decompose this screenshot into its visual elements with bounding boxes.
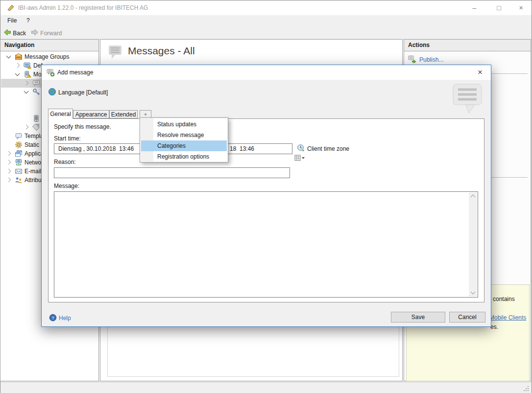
navigation-header: Navigation — [0, 40, 98, 51]
menu-item-resolve-message[interactable]: Resolve message — [141, 130, 227, 140]
resize-grip[interactable] — [524, 386, 530, 393]
dialog-title: Add message — [57, 69, 93, 76]
toolbar: Back Forward — [0, 26, 532, 39]
tab-general[interactable]: General — [48, 109, 73, 119]
tag-icon — [32, 123, 40, 131]
window-title: IBI-aws Admin 1.22.0 - registered for IB… — [18, 4, 148, 11]
back-arrow-icon — [3, 28, 11, 38]
menu-help[interactable]: ? — [26, 17, 30, 24]
back-button[interactable]: Back — [3, 28, 26, 38]
chevron-right-icon[interactable] — [6, 151, 11, 156]
note-text-fragment: es. — [490, 324, 498, 330]
general-tab-content: Specify this message. Start time: Dienst… — [48, 118, 484, 302]
actions-header: Actions — [404, 40, 531, 51]
app-icon — [7, 4, 15, 12]
app-window: IBI-aws Admin 1.22.0 - registered for IB… — [0, 0, 532, 393]
textarea-scrollbar[interactable] — [469, 192, 477, 297]
category-dropdown-menu: Status updates Resolve message Categorie… — [140, 117, 228, 162]
message-bubble-watermark — [452, 83, 486, 118]
menu-item-registration-options[interactable]: Registration options — [141, 151, 227, 162]
publish-link[interactable]: Publish... — [419, 56, 443, 63]
chevron-right-icon[interactable] — [6, 169, 11, 174]
client-time-zone-label: Client time zone — [307, 145, 349, 152]
message-textarea[interactable] — [54, 191, 478, 298]
network-icon — [15, 159, 23, 166]
reason-input[interactable] — [54, 167, 290, 178]
title-bar: IBI-aws Admin 1.22.0 - registered for IB… — [0, 0, 532, 15]
chevron-right-icon[interactable] — [6, 160, 11, 165]
dialog-close-icon[interactable]: × — [473, 67, 487, 78]
message-label: Message: — [54, 183, 79, 189]
cancel-button[interactable]: Cancel — [449, 312, 485, 323]
menu-item-status-updates[interactable]: Status updates — [141, 119, 227, 130]
message-groups-icon — [15, 53, 23, 61]
minimize-button[interactable]: – — [463, 0, 485, 15]
close-button[interactable]: × — [510, 0, 532, 15]
globe-icon — [48, 88, 56, 95]
add-message-dialog: Add message × Language [Default] General… — [41, 65, 491, 327]
forward-arrow-icon — [31, 28, 39, 38]
mobile-clients-link[interactable]: Mobile Clients — [489, 314, 526, 321]
language-label: Language [Default] — [58, 89, 108, 96]
applications-icon — [15, 150, 23, 158]
chevron-down-icon[interactable] — [24, 89, 29, 94]
help-link[interactable]: Help — [59, 315, 71, 322]
page-title: Messages - All — [128, 45, 195, 57]
message-icon — [32, 79, 40, 87]
tree-item-message-groups[interactable]: Message Groups — [1, 52, 98, 61]
tab-appearance[interactable]: Appearance — [73, 110, 109, 118]
chevron-right-icon[interactable] — [15, 63, 20, 68]
email-icon — [15, 167, 23, 175]
template-icon — [15, 132, 23, 140]
menu-item-categories[interactable]: Categories — [141, 140, 227, 151]
chevron-down-icon[interactable] — [15, 71, 20, 76]
menu-bar: File ? — [0, 15, 532, 26]
chevron-right-icon[interactable] — [24, 125, 29, 130]
instruction-text: Specify this message. — [54, 123, 111, 130]
status-bar — [0, 382, 532, 393]
save-button[interactable]: Save — [391, 312, 445, 323]
client-time-zone-icon — [297, 144, 305, 152]
maximize-button[interactable]: □ — [488, 0, 510, 15]
help-icon: ? — [49, 314, 56, 321]
tab-extended[interactable]: Extended — [109, 110, 138, 118]
note-text-fragment: contains — [493, 296, 515, 302]
dialog-title-bar: Add message × — [42, 65, 491, 80]
add-message-icon — [47, 69, 54, 76]
key-icon — [32, 88, 40, 96]
forward-button[interactable]: Forward — [31, 28, 62, 38]
start-time-label: Start time: — [54, 135, 81, 142]
computer-warning-icon — [24, 62, 31, 69]
chevron-right-icon[interactable] — [6, 178, 11, 183]
menu-file[interactable]: File — [7, 17, 17, 24]
scroll-up-icon[interactable] — [471, 195, 476, 200]
mobile-warning-icon — [24, 70, 31, 78]
chevron-right-icon[interactable] — [24, 81, 29, 86]
scroll-down-icon[interactable] — [471, 290, 476, 295]
phone-icon — [32, 115, 40, 122]
calendar-picker-icon[interactable] — [278, 144, 291, 153]
reason-label: Reason: — [54, 159, 76, 165]
chevron-down-icon[interactable] — [6, 54, 11, 59]
svg-text:?: ? — [51, 315, 54, 321]
attributes-icon — [15, 176, 23, 184]
gear-icon — [15, 141, 23, 149]
messages-bubble-icon — [108, 45, 123, 62]
publish-icon — [408, 55, 416, 63]
